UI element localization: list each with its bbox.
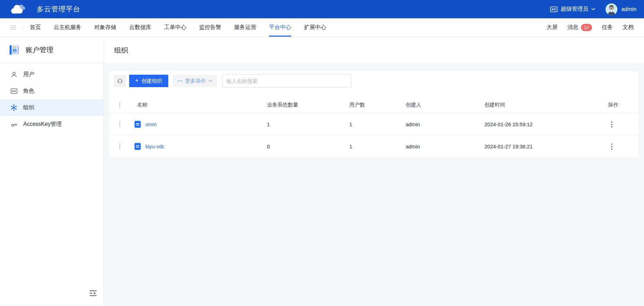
cell-biz-count: 0 xyxy=(267,143,349,149)
cell-user-count: 1 xyxy=(349,121,406,127)
username: admin xyxy=(621,6,636,12)
avatar[interactable] xyxy=(606,3,617,15)
sidebar-item-label: 角色 xyxy=(23,87,34,95)
app-title: 多云管理平台 xyxy=(37,4,80,14)
chevron-down-icon xyxy=(209,80,212,82)
sidebar-item-label: AccessKey管理 xyxy=(23,121,62,128)
chevron-down-icon xyxy=(591,8,595,10)
organization-table: 名称 业务系统数量 用户数 创建人 创建时间 操作 xyxy=(109,97,639,158)
nav-item-home[interactable]: 首页 xyxy=(30,18,41,37)
message-count-badge: 12 xyxy=(581,24,592,31)
sidebar-item-users[interactable]: 用户 xyxy=(0,66,104,83)
refresh-button[interactable] xyxy=(114,75,126,87)
column-header-creator: 创建人 xyxy=(406,102,484,108)
cell-creator: admin xyxy=(406,143,484,149)
row-checkbox[interactable] xyxy=(119,143,120,150)
sidebar-collapse-icon[interactable] xyxy=(89,289,97,298)
cell-user-count: 1 xyxy=(349,143,406,149)
topbar: 多云管理平台 超级管理员 admin xyxy=(0,0,644,18)
nav-util-docs[interactable]: 文档 xyxy=(623,24,634,31)
nav-item-service-ops[interactable]: 服务运营 xyxy=(234,18,256,37)
org-doc-icon xyxy=(134,121,141,128)
sidebar-item-accesskey[interactable]: AccessKey管理 xyxy=(0,116,104,132)
search-input[interactable] xyxy=(222,75,351,87)
sidebar-item-organization[interactable]: 组织 xyxy=(0,99,104,116)
more-actions-button[interactable]: 更多操作 xyxy=(173,75,217,87)
refresh-icon xyxy=(117,78,123,84)
nav-util-bigscreen[interactable]: 大屏 xyxy=(547,24,558,31)
role-badge-icon xyxy=(550,6,557,12)
table-header: 名称 业务系统数量 用户数 创建人 创建时间 操作 xyxy=(109,97,639,113)
column-header-actions: 操作 xyxy=(606,102,639,108)
account-book-icon xyxy=(8,45,21,55)
search-box xyxy=(222,74,351,87)
role-switcher[interactable]: 超级管理员 xyxy=(550,6,595,13)
nav-item-platform-center[interactable]: 平台中心 xyxy=(269,18,291,37)
table-row: xmm 1 1 admin 2024-01-26 15:59:12 xyxy=(109,113,639,136)
nav-item-extension-center[interactable]: 扩展中心 xyxy=(304,18,326,37)
nav-item-object-storage[interactable]: 对象存储 xyxy=(94,18,116,37)
create-organization-button[interactable]: + 创建组织 xyxy=(129,75,168,87)
organization-name-link[interactable]: xmm xyxy=(145,121,157,127)
sidebar-item-roles[interactable]: 角色 xyxy=(0,83,104,99)
main-content: 组织 + 创建组织 更多操作 xyxy=(104,37,644,306)
sidebar-header: 账户管理 xyxy=(0,37,104,63)
column-header-biz-count: 业务系统数量 xyxy=(267,102,349,108)
nav-item-cloud-host[interactable]: 云主机服务 xyxy=(54,18,81,37)
sidebar-title: 账户管理 xyxy=(26,45,53,55)
cell-creator: admin xyxy=(406,121,484,127)
row-actions-menu-icon[interactable] xyxy=(608,143,616,150)
divider xyxy=(23,25,23,30)
cell-biz-count: 1 xyxy=(267,121,349,127)
apps-grid-icon[interactable] xyxy=(10,25,16,30)
nav-item-monitoring[interactable]: 监控告警 xyxy=(199,18,221,37)
org-doc-icon xyxy=(134,143,141,150)
key-icon xyxy=(10,120,18,128)
sidebar-item-label: 组织 xyxy=(23,104,34,111)
select-all-checkbox[interactable] xyxy=(119,102,120,108)
main-navbar: 首页 云主机服务 对象存储 云数据库 工单中心 监控告警 服务运营 平台中心 扩… xyxy=(0,18,644,37)
row-actions-menu-icon[interactable] xyxy=(608,121,616,128)
cell-created-time: 2024-01-26 15:59:12 xyxy=(484,121,606,127)
ellipsis-icon xyxy=(178,80,182,82)
table-row: kiyu-vdc 0 1 admin 2024-01-27 19:36:21 xyxy=(109,136,639,158)
role-badge-icon xyxy=(10,87,18,95)
column-header-created-time: 创建时间 xyxy=(484,102,606,108)
column-header-name: 名称 xyxy=(134,102,267,108)
toolbar: + 创建组织 更多操作 xyxy=(109,74,639,88)
page-header: 组织 xyxy=(104,37,644,63)
cloud-logo-icon xyxy=(10,3,26,15)
nav-item-cloud-database[interactable]: 云数据库 xyxy=(129,18,151,37)
organization-card: + 创建组织 更多操作 名称 业务系统数量 xyxy=(109,71,639,158)
sidebar: 账户管理 用户 xyxy=(0,37,104,306)
role-label: 超级管理员 xyxy=(561,6,588,13)
nav-util-messages[interactable]: 消息 12 xyxy=(567,24,592,31)
organization-icon xyxy=(10,104,18,111)
plus-icon: + xyxy=(135,77,139,84)
user-icon xyxy=(10,71,18,78)
nav-util-tasks[interactable]: 任务 xyxy=(602,24,613,31)
column-header-user-count: 用户数 xyxy=(349,102,406,108)
nav-item-ticket-center[interactable]: 工单中心 xyxy=(164,18,186,37)
organization-name-link[interactable]: kiyu-vdc xyxy=(145,143,164,149)
cell-created-time: 2024-01-27 19:36:21 xyxy=(484,143,606,149)
row-checkbox[interactable] xyxy=(119,121,120,128)
sidebar-item-label: 用户 xyxy=(23,71,34,78)
page-title: 组织 xyxy=(114,46,128,55)
